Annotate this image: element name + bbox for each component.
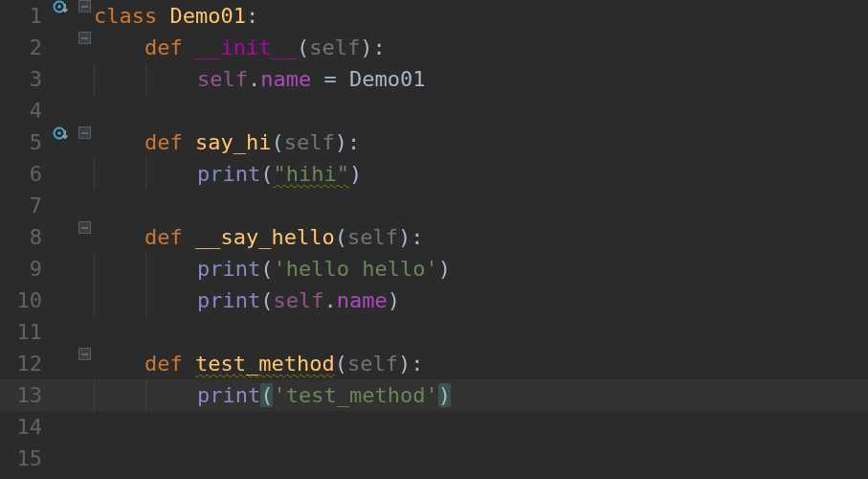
param-self: self xyxy=(309,35,360,59)
punct-dot: . xyxy=(323,288,336,312)
class-name: Demo01 xyxy=(169,4,245,28)
self-ref: self xyxy=(273,288,323,312)
method-name: __say_hello xyxy=(195,225,335,249)
param-self: self xyxy=(347,352,398,376)
code-content[interactable]: print("hihi") xyxy=(94,158,362,190)
punct-colon: : xyxy=(411,352,423,376)
line-number: 13 xyxy=(0,379,48,411)
keyword-def: def xyxy=(145,130,195,154)
method-name: __init__ xyxy=(195,35,297,59)
keyword-def: def xyxy=(145,225,195,249)
fold-toggle[interactable] xyxy=(75,348,94,360)
code-content[interactable]: print('test_method') xyxy=(94,379,451,411)
keyword-def: def xyxy=(145,352,195,376)
override-gutter-icon[interactable] xyxy=(48,0,75,17)
code-line[interactable]: 9 print('hello hello') xyxy=(0,253,868,285)
line-number: 11 xyxy=(0,316,48,348)
indent xyxy=(94,285,145,316)
punct-lparen: ( xyxy=(335,352,347,376)
svg-point-3 xyxy=(57,131,61,135)
code-editor[interactable]: 1 class Demo01: 2 def __init__(self): 3 … xyxy=(0,0,868,479)
punct-colon: : xyxy=(372,35,385,59)
punct-lparen: ( xyxy=(297,35,309,59)
code-line[interactable]: 3 self.name = Demo01 xyxy=(0,63,868,95)
punct-lparen: ( xyxy=(260,257,273,281)
keyword-class: class xyxy=(94,4,169,28)
indent xyxy=(94,63,145,95)
punct-rparen: ) xyxy=(388,288,400,312)
override-icon xyxy=(53,126,70,144)
line-number: 12 xyxy=(0,348,48,379)
punct-lparen: ( xyxy=(260,288,273,312)
code-content[interactable]: self.name = Demo01 xyxy=(94,63,425,95)
line-number: 8 xyxy=(0,221,48,253)
code-content[interactable]: print('hello hello') xyxy=(94,253,451,285)
operator-assign: = xyxy=(311,67,349,91)
keyword-def: def xyxy=(145,35,195,59)
code-line[interactable]: 1 class Demo01: xyxy=(0,0,868,32)
override-icon xyxy=(53,0,70,17)
indent xyxy=(94,158,145,190)
indent xyxy=(145,253,197,285)
indent xyxy=(145,63,197,95)
code-line[interactable]: 2 def __init__(self): xyxy=(0,32,868,63)
code-line[interactable]: 12 def test_method(self): xyxy=(0,348,868,379)
self-ref: self xyxy=(197,67,248,91)
punct-colon: : xyxy=(347,130,360,154)
override-gutter-icon[interactable] xyxy=(48,126,75,144)
line-number: 7 xyxy=(0,190,48,221)
punct-rparen: ) xyxy=(398,352,411,376)
punct-rparen: ) xyxy=(360,35,372,59)
indent xyxy=(94,352,145,376)
indent xyxy=(94,379,145,411)
code-line[interactable]: 8 def __say_hello(self): xyxy=(0,221,868,253)
line-number: 5 xyxy=(0,126,48,158)
code-content[interactable]: def __init__(self): xyxy=(94,32,386,63)
code-content[interactable]: class Demo01: xyxy=(94,0,258,32)
string-literal: "hihi" xyxy=(273,162,348,186)
fold-toggle[interactable] xyxy=(75,221,94,234)
punct-rparen: ) xyxy=(438,257,451,281)
code-content[interactable]: def __say_hello(self): xyxy=(94,221,423,253)
fold-toggle[interactable] xyxy=(75,0,94,12)
punct-lparen: ( xyxy=(335,225,347,249)
code-line[interactable]: 7 xyxy=(0,190,868,221)
line-number: 14 xyxy=(0,411,48,443)
code-line[interactable]: 6 print("hihi") xyxy=(0,158,868,190)
method-name: say_hi xyxy=(195,130,271,154)
fold-toggle[interactable] xyxy=(75,32,94,44)
punct-rparen: ) xyxy=(438,383,451,407)
line-number: 15 xyxy=(0,443,48,474)
attribute: name xyxy=(260,67,311,91)
code-line[interactable]: 15 xyxy=(0,443,868,474)
builtin-print: print xyxy=(197,257,260,281)
builtin-print: print xyxy=(197,288,260,312)
fold-toggle[interactable] xyxy=(75,126,94,139)
punct-colon: : xyxy=(411,225,423,249)
indent xyxy=(145,379,197,411)
param-self: self xyxy=(284,130,335,154)
builtin-print: print xyxy=(197,162,260,186)
code-line-current[interactable]: 13 print('test_method') xyxy=(0,379,868,411)
indent xyxy=(145,285,197,316)
attribute: name xyxy=(337,288,388,312)
code-content[interactable]: def say_hi(self): xyxy=(94,126,360,158)
builtin-print: print xyxy=(197,383,260,407)
punct-lparen: ( xyxy=(260,162,273,186)
code-line[interactable]: 10 print(self.name) xyxy=(0,285,868,316)
line-number: 1 xyxy=(0,0,48,32)
line-number: 9 xyxy=(0,253,48,285)
code-line[interactable]: 11 xyxy=(0,316,868,348)
code-line[interactable]: 14 xyxy=(0,411,868,443)
code-line[interactable]: 4 xyxy=(0,95,868,126)
punct-rparen: ) xyxy=(335,130,347,154)
indent xyxy=(94,35,145,59)
punct-dot: . xyxy=(248,67,260,91)
line-number: 6 xyxy=(0,158,48,190)
code-content[interactable]: def test_method(self): xyxy=(94,348,423,379)
indent xyxy=(94,225,145,249)
string-literal: 'hello hello' xyxy=(273,257,437,281)
code-line[interactable]: 5 def say_hi(self): xyxy=(0,126,868,158)
code-content[interactable]: print(self.name) xyxy=(94,285,400,316)
indent xyxy=(145,158,197,190)
